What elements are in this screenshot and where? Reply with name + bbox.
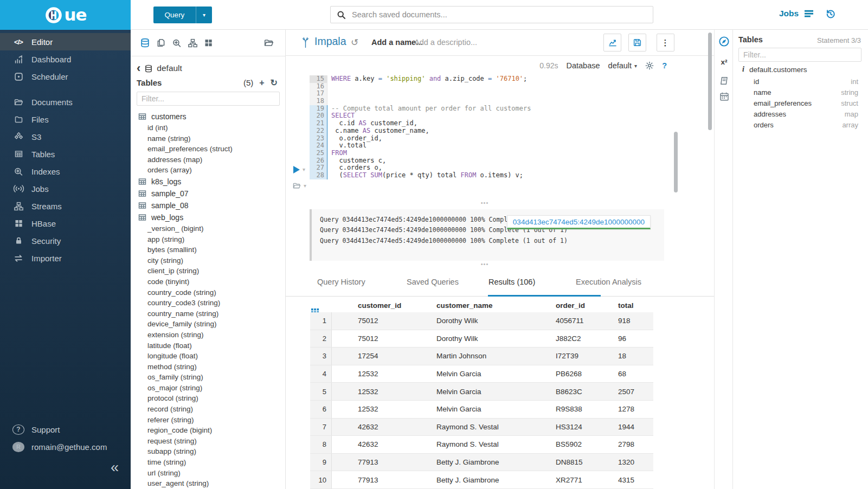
table-row[interactable]: 412532Melvin GarciaPB626868 xyxy=(310,365,653,383)
column-item[interactable]: code (tinyint) xyxy=(138,276,285,287)
back-chevron-icon[interactable]: ‹ xyxy=(137,63,140,73)
chart-button[interactable] xyxy=(603,34,621,52)
resize-gripper[interactable]: ••• xyxy=(477,201,493,205)
collapse-sidebar-button[interactable]: « xyxy=(111,460,119,475)
column-item[interactable]: app (string) xyxy=(138,234,285,245)
settings-gear-icon[interactable] xyxy=(645,61,654,70)
column-item[interactable]: method (string) xyxy=(138,362,285,372)
sidebar-item-scheduler[interactable]: Scheduler xyxy=(0,68,131,85)
results-column-header-total[interactable]: total xyxy=(618,301,634,310)
column-item[interactable]: protocol (string) xyxy=(138,393,285,404)
sidebar-item-hbase[interactable]: HBase xyxy=(0,215,131,232)
sidebar-item-documents[interactable]: Documents xyxy=(0,93,131,111)
database-name[interactable]: default xyxy=(157,63,182,73)
sidebar-item-support[interactable]: ? Support xyxy=(0,421,131,438)
table-row[interactable]: 317254Martin JohnsonI72T3918 xyxy=(310,348,653,365)
apps-grid-icon[interactable] xyxy=(204,38,213,47)
column-item[interactable]: subapp (string) xyxy=(138,446,285,457)
column-item[interactable]: longitude (float) xyxy=(138,351,285,362)
table-row[interactable]: 842632Raymond S. VestalBS59022798 xyxy=(310,436,653,454)
column-item[interactable]: url (string) xyxy=(138,468,285,479)
sidebar-user[interactable]: R romain@gethue.com xyxy=(0,438,131,455)
schedule-calendar-icon[interactable] xyxy=(718,91,730,102)
table-item-k8s-logs[interactable]: k8s_logs xyxy=(138,176,285,188)
results-column-header-customer-name[interactable]: customer_name xyxy=(436,301,493,310)
database-dropdown[interactable]: default ▾ xyxy=(608,61,638,70)
sidebar-item-editor[interactable]: </>Editor xyxy=(0,33,131,50)
sidebar-item-jobs[interactable]: Jobs xyxy=(0,180,131,197)
table-row[interactable]: 612532Melvin GarciaR9S8381278 xyxy=(310,401,653,419)
query-history-icon[interactable] xyxy=(825,9,836,20)
engine-selector[interactable]: Impala xyxy=(301,35,346,49)
editor-scrollbar[interactable] xyxy=(674,132,678,192)
column-item[interactable]: email_preferences (struct) xyxy=(138,144,285,155)
column-item[interactable]: addresses (map) xyxy=(138,155,285,165)
column-item[interactable]: client_ip (string) xyxy=(138,266,285,276)
sidebar-item-s3[interactable]: S3 xyxy=(0,128,131,145)
sidebar-item-security[interactable]: Security xyxy=(0,232,131,249)
sidebar-item-streams[interactable]: Streams xyxy=(0,197,131,215)
sidebar-item-files[interactable]: Files xyxy=(0,111,131,128)
table-item-customers[interactable]: customers xyxy=(138,111,285,123)
column-item[interactable]: request (string) xyxy=(138,436,285,447)
table-row[interactable]: 742632Raymond S. VestalHS31241944 xyxy=(310,419,653,436)
search-plus-icon[interactable] xyxy=(172,38,182,48)
table-row[interactable]: 175012Dorothy Wilk4056711918 xyxy=(310,312,653,330)
right-filter-input[interactable] xyxy=(738,48,861,62)
add-table-icon[interactable]: + xyxy=(259,79,264,87)
sidebar-item-importer[interactable]: Importer xyxy=(0,249,131,267)
search-input[interactable] xyxy=(351,10,647,20)
query-button[interactable]: Query ▾ xyxy=(153,7,212,23)
right-column-email-preferences[interactable]: email_preferencesstruct xyxy=(754,98,858,108)
right-column-name[interactable]: namestring xyxy=(754,87,858,98)
results-column-header-order-id[interactable]: order_id xyxy=(556,301,585,310)
column-item[interactable]: os_family (string) xyxy=(138,372,285,383)
assist-compass-icon[interactable] xyxy=(718,36,730,47)
column-item[interactable]: id (int) xyxy=(138,123,285,133)
right-column-id[interactable]: idint xyxy=(754,76,858,87)
sidebar-item-tables[interactable]: Tables xyxy=(0,145,131,163)
help-icon[interactable]: ? xyxy=(662,61,667,70)
results-column-header-customer-id[interactable]: customer_id xyxy=(358,301,401,310)
column-item[interactable]: referer (string) xyxy=(138,415,285,426)
hue-logo[interactable]: ue xyxy=(0,0,131,30)
tab-results-106-[interactable]: Results (106) xyxy=(488,278,535,286)
documents-source-icon[interactable] xyxy=(156,38,166,48)
more-actions-button[interactable]: ⋮ xyxy=(657,34,674,52)
column-item[interactable]: region_code (bigint) xyxy=(138,425,285,436)
sitemap-source-icon[interactable] xyxy=(188,38,198,48)
column-item[interactable]: os_major (string) xyxy=(138,383,285,394)
folder-open-icon[interactable] xyxy=(263,38,274,48)
column-item[interactable]: device_family (string) xyxy=(138,319,285,330)
main-scrollbar[interactable] xyxy=(708,33,712,130)
column-item[interactable]: country_code3 (string) xyxy=(138,298,285,308)
column-item[interactable]: country_name (string) xyxy=(138,308,285,319)
right-column-addresses[interactable]: addressesmap xyxy=(754,109,858,120)
column-item[interactable]: user_agent (string) xyxy=(138,478,285,489)
table-row[interactable]: 1077913Betty J. GiambroneXR27714315 xyxy=(310,471,653,489)
table-item-sample-07[interactable]: sample_07 xyxy=(138,188,285,200)
table-item-sample-08[interactable]: sample_08 xyxy=(138,200,285,211)
table-row[interactable]: 977913Betty J. GiambroneDN88151320 xyxy=(310,454,653,472)
column-item[interactable]: city (string) xyxy=(138,255,285,266)
query-dropdown-caret-icon[interactable]: ▾ xyxy=(196,7,212,23)
tab-execution-analysis[interactable]: Execution Analysis xyxy=(576,278,641,286)
table-item-web-logs[interactable]: web_logs xyxy=(138,211,285,223)
execute-button[interactable] xyxy=(293,166,300,173)
table-row[interactable]: 275012Dorothy WilkJ882C296 xyxy=(310,330,653,348)
save-button[interactable] xyxy=(628,34,646,52)
column-item[interactable]: country_code (string) xyxy=(138,287,285,298)
sql-editor[interactable]: 15WHERE a.key = 'shipping' and a.zip_cod… xyxy=(310,75,531,179)
resize-gripper[interactable]: ••• xyxy=(477,262,493,266)
active-table-row[interactable]: i default.customers xyxy=(742,65,807,74)
column-item[interactable]: latitude (float) xyxy=(138,340,285,351)
column-item[interactable]: orders (array) xyxy=(138,165,285,176)
right-column-orders[interactable]: ordersarray xyxy=(754,120,858,131)
refresh-icon[interactable]: ↻ xyxy=(271,79,278,87)
execute-options-caret-icon[interactable]: ▾ xyxy=(303,166,305,172)
tab-saved-queries[interactable]: Saved Queries xyxy=(407,278,459,286)
tables-filter-input[interactable] xyxy=(137,92,280,106)
column-item[interactable]: time (string) xyxy=(138,457,285,468)
functions-icon[interactable]: x² xyxy=(718,56,730,68)
column-item[interactable]: _version_ (bigint) xyxy=(138,223,285,234)
